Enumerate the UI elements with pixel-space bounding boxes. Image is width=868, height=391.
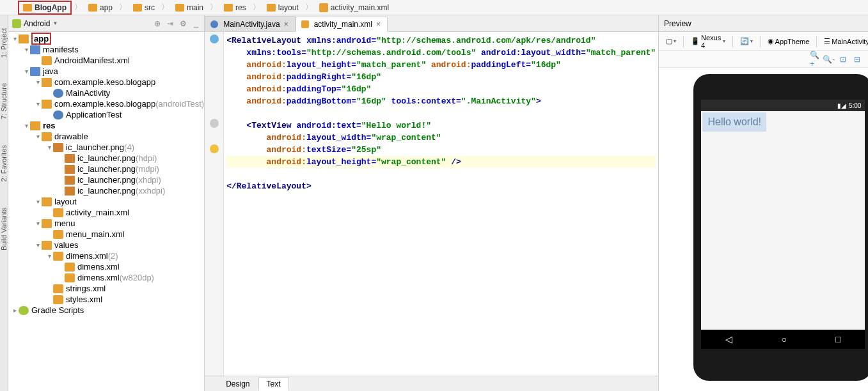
tab-main-activity[interactable]: MainActivity.java×	[205, 16, 296, 31]
class-icon	[53, 89, 63, 98]
tree-app[interactable]: ▾app	[8, 33, 204, 44]
breadcrumb-src[interactable]: src	[129, 2, 159, 13]
tree-package-test[interactable]: ▾com.example.keso.blogapp (androidTest)	[8, 98, 204, 109]
breadcrumb-res[interactable]: res	[220, 2, 250, 13]
tree-layout[interactable]: ▾layout	[8, 196, 204, 207]
tree-android-manifest[interactable]: AndroidManifest.xml	[8, 55, 204, 66]
tree-dimens1[interactable]: dimens.xml	[8, 261, 204, 272]
tree-ic-mdpi[interactable]: ic_launcher.png (mdpi)	[8, 164, 204, 174]
collapse-all-icon[interactable]: ⇥	[166, 19, 175, 28]
tree-drawable[interactable]: ▾drawable	[8, 131, 204, 142]
breadcrumb-main[interactable]: main	[171, 2, 207, 13]
tree-res[interactable]: ▾res	[8, 120, 204, 131]
xml-icon	[53, 230, 63, 239]
nav-back-icon: ◁	[725, 334, 732, 344]
device-selector[interactable]: 📱Nexus 4▾	[688, 32, 729, 51]
bottom-tab-design[interactable]: Design	[217, 377, 258, 391]
tree-values[interactable]: ▾values	[8, 240, 204, 250]
preview-canvas[interactable]: ▮◢ 5:00 Hello world! ◁ ○ □	[659, 68, 868, 391]
rail-build-variants[interactable]: Build Variants	[0, 208, 8, 250]
zoom-out-icon[interactable]: 🔍-	[825, 55, 833, 64]
rail-project[interactable]: 1: Project	[0, 28, 8, 57]
xml-icon	[53, 295, 63, 304]
preview-toolbar-zoom: 🔍+ 🔍- ⊡ ⊟ ⟳ 📷 ⚙	[659, 51, 868, 68]
activity-selector[interactable]: ☰MainActivity▾	[821, 35, 868, 47]
xml-icon	[53, 284, 63, 293]
tree-ic-xxhdpi[interactable]: ic_launcher.png (xxhdpi)	[8, 185, 204, 196]
project-tree[interactable]: ▾app ▾manifests AndroidManifest.xml ▾jav…	[8, 32, 204, 391]
tree-ic-hdpi[interactable]: ic_launcher.png (hdpi)	[8, 153, 204, 164]
tree-ic-launcher[interactable]: ▾ic_launcher.png (4)	[8, 142, 204, 153]
project-panel-header: Android ▼ ⊕ ⇥ ⚙ ⎯	[8, 15, 204, 32]
folder-icon	[267, 4, 276, 12]
tree-menu-main-xml[interactable]: menu_main.xml	[8, 229, 204, 240]
nav-recent-icon: □	[835, 334, 840, 344]
gutter-fold-icon[interactable]	[210, 119, 219, 128]
tree-activity-main-xml[interactable]: activity_main.xml	[8, 207, 204, 218]
zoom-actual-icon[interactable]: ⊟	[853, 55, 862, 64]
tree-manifests[interactable]: ▾manifests	[8, 44, 204, 55]
hide-icon[interactable]: ⎯	[191, 19, 200, 28]
folder-icon	[23, 4, 32, 12]
breadcrumb-app[interactable]: app	[84, 2, 116, 13]
editor-tabs: MainActivity.java× activity_main.xml×	[205, 15, 658, 32]
project-view-selector[interactable]: Android ▼	[12, 19, 150, 28]
tree-strings-xml[interactable]: strings.xml	[8, 283, 204, 294]
gutter-bulb-icon[interactable]	[210, 144, 219, 153]
chevron-right-icon: 〉	[209, 2, 219, 13]
viewport-btn[interactable]: ▢▾	[663, 35, 679, 47]
folder-icon	[30, 67, 40, 76]
tree-dimens[interactable]: ▾dimens.xml (2)	[8, 250, 204, 261]
close-icon[interactable]: ×	[283, 20, 290, 29]
xml-icon	[53, 252, 63, 261]
tree-application-test[interactable]: ApplicationTest	[8, 109, 204, 120]
device-nav-bar: ◁ ○ □	[701, 330, 865, 349]
bottom-tab-text[interactable]: Text	[258, 377, 289, 391]
theme-selector[interactable]: ◉AppTheme	[764, 35, 813, 47]
image-icon	[53, 143, 63, 152]
image-icon	[65, 154, 75, 163]
chevron-right-icon: 〉	[304, 2, 314, 13]
preview-textview[interactable]: Hello world!	[702, 112, 766, 132]
device-frame: ▮◢ 5:00 Hello world! ◁ ○ □	[693, 74, 868, 381]
breadcrumb-file[interactable]: activity_main.xml	[315, 2, 393, 13]
preview-title: Preview	[664, 19, 691, 28]
tree-menu[interactable]: ▾menu	[8, 218, 204, 229]
module-icon	[19, 34, 29, 43]
code-editor[interactable]: <RelativeLayout xmlns:android="http://sc…	[224, 32, 658, 376]
tab-activity-main-xml[interactable]: activity_main.xml×	[296, 17, 388, 32]
gear-icon[interactable]: ⚙	[178, 19, 187, 28]
zoom-in-icon[interactable]: 🔍+	[810, 55, 819, 64]
xml-icon	[301, 20, 309, 28]
tree-java[interactable]: ▾java	[8, 66, 204, 77]
tree-dimens2[interactable]: dimens.xml (w820dp)	[8, 272, 204, 283]
chevron-down-icon: ▼	[52, 20, 58, 26]
rail-structure[interactable]: 7: Structure	[0, 83, 8, 119]
class-icon	[210, 20, 218, 28]
breadcrumb: BlogApp 〉 app 〉 src 〉 main 〉 res 〉 layou…	[0, 0, 868, 15]
close-icon[interactable]: ×	[375, 20, 382, 29]
chevron-right-icon: 〉	[160, 2, 170, 13]
tree-styles-xml[interactable]: styles.xml	[8, 294, 204, 305]
scroll-from-source-icon[interactable]: ⊕	[153, 19, 162, 28]
breadcrumb-root[interactable]: BlogApp	[18, 1, 72, 15]
xml-icon	[319, 3, 328, 12]
gradle-icon	[19, 306, 29, 315]
breadcrumb-layout[interactable]: layout	[263, 2, 303, 13]
zoom-fit-icon[interactable]: ⊡	[839, 55, 848, 64]
project-panel: Android ▼ ⊕ ⇥ ⚙ ⎯ ▾app ▾manifests Androi…	[8, 15, 205, 391]
image-icon	[65, 176, 75, 185]
tree-gradle-scripts[interactable]: ▸Gradle Scripts	[8, 305, 204, 316]
editor-bottom-tabs: Design Text	[205, 376, 658, 391]
folder-icon	[133, 4, 142, 12]
orientation-btn[interactable]: 🔄▾	[737, 35, 756, 47]
xml-icon	[65, 273, 75, 282]
tree-ic-xhdpi[interactable]: ic_launcher.png (xhdpi)	[8, 174, 204, 185]
folder-icon	[88, 4, 97, 12]
tree-package-main[interactable]: ▾com.example.keso.blogapp	[8, 77, 204, 88]
tree-main-activity[interactable]: MainActivity	[8, 88, 204, 98]
gutter-marker-icon[interactable]	[210, 34, 219, 43]
rail-favorites[interactable]: 2: Favorites	[0, 145, 8, 181]
folder-icon	[42, 197, 52, 206]
chevron-right-icon: 〉	[251, 2, 262, 13]
